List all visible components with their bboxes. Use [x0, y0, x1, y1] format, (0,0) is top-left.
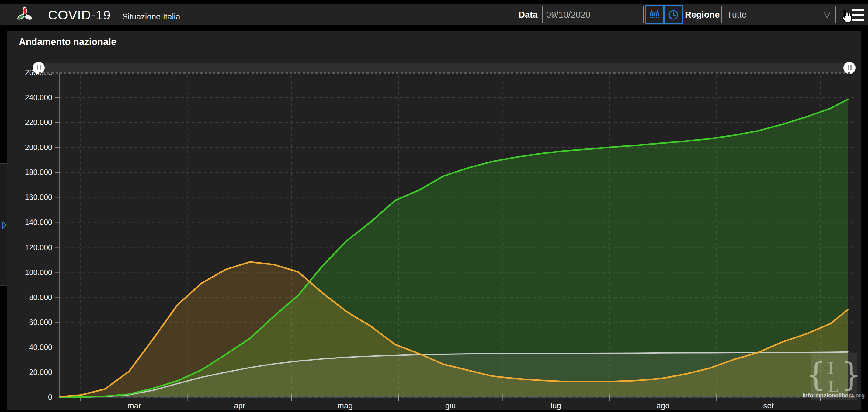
x-tick-label: apr: [234, 401, 245, 410]
watermark-site-name: informazionelibera: [803, 392, 854, 399]
x-tick-label: lug: [551, 401, 561, 410]
date-input[interactable]: [542, 6, 644, 23]
region-dropdown-value: Tutte: [727, 10, 747, 20]
range-slider-left-handle[interactable]: [33, 62, 45, 74]
watermark-site: informazionelibera.org: [803, 392, 865, 399]
x-tick-label: set: [763, 401, 774, 410]
x-tick-label: mag: [337, 401, 353, 410]
calendar-icon: [649, 9, 660, 21]
range-slider-track[interactable]: [39, 63, 852, 73]
y-tick-label: 220.000: [25, 118, 52, 126]
watermark-right-brace: }: [841, 359, 861, 391]
y-tick-label: 60.000: [29, 318, 52, 326]
chart-card: Andamento nazionale 020.00040.00060.0008…: [7, 31, 861, 410]
y-tick-label: 0: [48, 393, 52, 401]
y-tick-label: 240.000: [25, 93, 52, 101]
watermark: { I L } informazionelibera.org: [810, 353, 857, 401]
calendar-button[interactable]: [645, 5, 664, 24]
watermark-left-brace: {: [806, 359, 826, 391]
app-header: COVID-19 Situazione Italia Data Regione …: [0, 4, 868, 25]
watermark-site-tld: .org: [854, 392, 865, 399]
watermark-logo: { I L }: [806, 357, 862, 392]
y-tick-label: 140.000: [25, 218, 52, 226]
x-tick-label: mar: [127, 401, 141, 410]
date-label: Data: [519, 10, 538, 20]
range-slider-right-handle[interactable]: [843, 62, 856, 74]
hamburger-bar: [851, 9, 864, 11]
region-dropdown[interactable]: Tutte ▽: [721, 6, 836, 23]
y-tick-label: 20.000: [29, 368, 52, 376]
clock-icon: [668, 9, 679, 21]
y-tick-label: 120.000: [25, 243, 52, 252]
hamburger-menu-button[interactable]: [851, 9, 864, 21]
y-tick-label: 40.000: [29, 343, 52, 351]
x-tick-label: giu: [445, 401, 456, 410]
y-tick-label: 80.000: [29, 293, 52, 301]
x-tick-label: ago: [656, 401, 670, 410]
clock-button[interactable]: [663, 5, 683, 24]
region-label: Regione: [685, 10, 720, 20]
y-tick-label: 180.000: [25, 168, 52, 176]
watermark-initials: I L: [826, 354, 841, 396]
y-tick-label: 100.000: [25, 268, 52, 276]
chevron-down-icon: ▽: [824, 10, 830, 20]
y-tick-label: 160.000: [25, 193, 52, 201]
hamburger-bar: [851, 14, 864, 16]
hamburger-bar: [851, 20, 864, 21]
national-trend-chart: 020.00040.00060.00080.000100.000120.0001…: [7, 31, 861, 410]
y-tick-label: 200.000: [25, 143, 52, 151]
app-logo-icon: [16, 6, 33, 24]
app-title: COVID-19: [48, 8, 111, 23]
app-subtitle: Situazione Italia: [122, 12, 180, 22]
